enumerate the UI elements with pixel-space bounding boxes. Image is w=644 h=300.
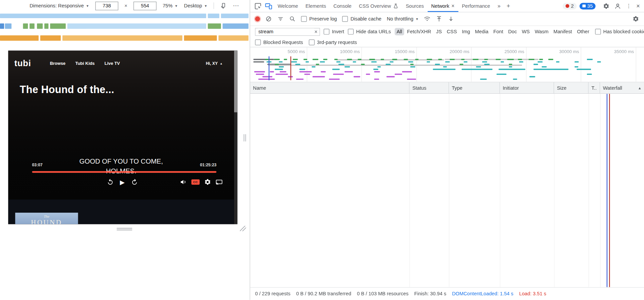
player-settings-gear-icon[interactable] xyxy=(204,178,211,185)
media-query-bar-segment[interactable] xyxy=(23,24,28,29)
has-blocked-cookies-checkbox[interactable]: Has blocked cookies xyxy=(595,29,644,35)
filter-pill-media[interactable]: Media xyxy=(473,28,490,35)
column-header-size[interactable]: Size xyxy=(554,82,589,93)
filter-funnel-icon[interactable] xyxy=(277,16,284,23)
nav-browse[interactable]: Browse xyxy=(50,61,65,66)
requests-table-body[interactable] xyxy=(250,94,644,287)
tab-network[interactable]: Network× xyxy=(428,0,458,12)
network-conditions-icon[interactable] xyxy=(424,16,431,23)
record-button[interactable] xyxy=(255,16,260,22)
page-scrollbar[interactable] xyxy=(234,51,237,224)
hide-data-urls-checkbox[interactable]: Hide data URLs xyxy=(348,29,391,35)
movie-poster-thumbnail[interactable]: The HOUND xyxy=(15,213,78,224)
media-query-bar-segment[interactable] xyxy=(208,13,219,18)
viewport-width-input[interactable] xyxy=(95,1,118,10)
tubi-logo[interactable]: tubi xyxy=(14,58,31,68)
column-header-name[interactable]: Name xyxy=(250,82,410,93)
device-toolbar-toggle-icon[interactable] xyxy=(265,2,272,10)
error-count-badge[interactable]: 2 xyxy=(563,3,577,9)
viewport-corner-resize-handle[interactable] xyxy=(240,226,246,231)
media-query-bar-segment[interactable] xyxy=(221,13,249,18)
cast-icon[interactable] xyxy=(216,178,223,185)
tab-console[interactable]: Console xyxy=(330,0,355,12)
viewport-bottom-resize-handle[interactable] xyxy=(117,227,132,231)
nav-tubi-kids[interactable]: Tubi Kids xyxy=(75,61,95,66)
feedback-person-icon[interactable] xyxy=(614,3,621,9)
filter-pill-fetch-xhr[interactable]: Fetch/XHR xyxy=(405,28,433,35)
filter-input[interactable] xyxy=(258,28,314,35)
network-settings-gear-icon[interactable] xyxy=(633,16,639,23)
device-type-select[interactable]: Desktop ▼ xyxy=(184,3,208,9)
filter-pill-font[interactable]: Font xyxy=(491,28,505,35)
throttling-select[interactable]: No throttling ▼ xyxy=(387,16,419,22)
tab-sources[interactable]: Sources xyxy=(402,0,428,12)
filter-pill-manifest[interactable]: Manifest xyxy=(551,28,574,35)
media-query-bar-segment[interactable] xyxy=(62,35,182,41)
import-har-icon[interactable] xyxy=(436,16,443,23)
media-query-bar-segment[interactable] xyxy=(37,24,43,29)
media-query-bar-segment[interactable] xyxy=(5,24,12,29)
volume-icon[interactable] xyxy=(180,178,187,185)
media-query-bar-segment[interactable] xyxy=(67,24,206,29)
rewind-30-icon[interactable] xyxy=(107,178,114,185)
dimensions-select[interactable]: Dimensions: Responsive ▼ xyxy=(30,3,89,9)
preserve-log-checkbox[interactable]: Preserve log xyxy=(301,16,337,22)
nav-live-tv[interactable]: Live TV xyxy=(105,61,120,66)
filter-pill-all[interactable]: All xyxy=(394,28,404,35)
media-query-bar-segment[interactable] xyxy=(218,35,248,41)
play-icon[interactable]: ▶ xyxy=(120,178,125,185)
export-har-icon[interactable] xyxy=(448,16,454,23)
column-header-time[interactable]: T.. xyxy=(589,82,600,93)
media-query-bar-segment[interactable] xyxy=(44,24,48,29)
account-menu[interactable]: Hi, XY ▲ xyxy=(206,61,223,66)
media-query-bar-segment[interactable] xyxy=(30,24,35,29)
scrollbar-thumb[interactable] xyxy=(234,51,237,113)
disable-cache-checkbox[interactable]: Disable cache xyxy=(342,16,381,22)
devtools-settings-gear-icon[interactable] xyxy=(603,3,610,9)
media-query-bar-segment[interactable] xyxy=(0,13,206,18)
filter-pill-other[interactable]: Other xyxy=(575,28,591,35)
seek-bar[interactable] xyxy=(32,171,217,173)
media-query-bar-segment[interactable] xyxy=(0,24,4,29)
tab-elements[interactable]: Elements xyxy=(302,0,330,12)
filter-pill-img[interactable]: Img xyxy=(460,28,472,35)
filter-pill-wasm[interactable]: Wasm xyxy=(533,28,550,35)
viewport-right-resize-handle[interactable] xyxy=(243,134,247,141)
more-tools-button[interactable]: + xyxy=(504,2,513,9)
tab-welcome[interactable]: Welcome xyxy=(274,0,302,12)
media-query-bar-segment[interactable] xyxy=(40,35,61,41)
issues-count-badge[interactable]: 35 xyxy=(580,3,596,9)
forward-30-icon[interactable] xyxy=(131,178,138,185)
network-overview-timeline[interactable]: 5000 ms10000 ms15000 ms20000 ms25000 ms3… xyxy=(250,47,644,82)
search-icon[interactable] xyxy=(289,16,296,23)
close-devtools-icon[interactable]: × xyxy=(636,2,640,9)
closed-captions-button[interactable]: CC xyxy=(192,179,200,185)
device-toolbar-more-button[interactable]: ⋯ xyxy=(233,2,240,9)
close-tab-icon[interactable]: × xyxy=(451,3,454,9)
filter-pill-js[interactable]: JS xyxy=(434,28,444,35)
devtools-menu-kebab-icon[interactable]: ⋮ xyxy=(626,3,631,9)
viewport-height-input[interactable] xyxy=(133,1,157,10)
filter-pill-doc[interactable]: Doc xyxy=(506,28,519,35)
clear-icon[interactable] xyxy=(265,16,272,23)
invert-checkbox[interactable]: Invert xyxy=(324,29,344,35)
clear-filter-icon[interactable]: × xyxy=(314,29,317,35)
media-query-bar-segment[interactable] xyxy=(184,35,217,41)
media-query-bar-segment[interactable] xyxy=(50,24,66,29)
media-query-bar-segment[interactable] xyxy=(223,24,249,29)
media-query-bar-segment[interactable] xyxy=(208,24,221,29)
media-query-bar-segment[interactable] xyxy=(0,35,39,41)
more-tabs-button[interactable]: » xyxy=(494,3,504,9)
filter-input-box[interactable]: × xyxy=(255,28,320,36)
rotate-icon[interactable] xyxy=(220,2,227,9)
column-header-initiator[interactable]: Initiator xyxy=(500,82,554,93)
filter-pill-css[interactable]: CSS xyxy=(445,28,459,35)
inspect-icon[interactable] xyxy=(254,2,262,10)
filter-pill-ws[interactable]: WS xyxy=(520,28,532,35)
third-party-requests-checkbox[interactable]: 3rd-party requests xyxy=(309,39,357,45)
column-header-status[interactable]: Status xyxy=(410,82,449,93)
column-header-waterfall[interactable]: Waterfall▲ xyxy=(600,82,644,93)
zoom-select[interactable]: 75% ▼ xyxy=(163,3,178,9)
column-header-type[interactable]: Type xyxy=(449,82,500,93)
tab-css-overview[interactable]: CSS Overview xyxy=(355,0,402,12)
